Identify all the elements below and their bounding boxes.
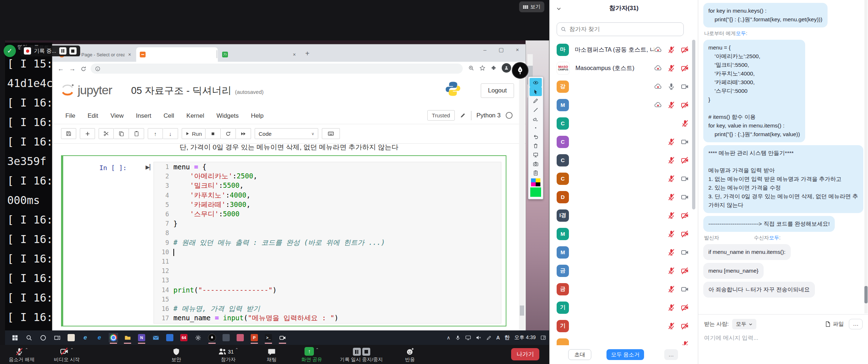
logout-button[interactable]: Logout: [481, 83, 514, 98]
taskbar-powerpoint-icon[interactable]: P: [250, 333, 259, 342]
command-prompt-window[interactable]: 명령 프롬프트 - [ I 15:541d1e4c[ I 16:0[ I 16:…: [5, 43, 52, 330]
taskbar-photos-icon[interactable]: [165, 333, 174, 342]
browser-scrollbar[interactable]: [519, 75, 525, 330]
chat-more-button[interactable]: …: [849, 319, 863, 329]
reactions-button[interactable]: 반응: [396, 345, 424, 364]
notebook-menu-kernel[interactable]: Kernel: [186, 112, 204, 120]
tab-close-icon[interactable]: ×: [292, 52, 297, 57]
notebook-menu-view[interactable]: View: [111, 112, 124, 120]
tray-pen-icon[interactable]: [486, 335, 492, 341]
url-field[interactable]: [91, 64, 463, 74]
tray-notification-icon[interactable]: [540, 335, 546, 341]
taskbar-security-app-icon[interactable]: [66, 333, 76, 342]
bookmark-star-icon[interactable]: [479, 65, 485, 71]
participant-search-box[interactable]: [557, 22, 684, 36]
notebook-menu-cell[interactable]: Cell: [164, 112, 174, 120]
site-info-icon[interactable]: [95, 66, 100, 72]
file-button[interactable]: 파일: [825, 321, 844, 328]
taskbar-chrome-icon[interactable]: [109, 333, 118, 342]
stop-recording-button[interactable]: [362, 348, 370, 356]
annotation-line-tool[interactable]: [530, 105, 542, 114]
pause-recording-button[interactable]: [353, 348, 361, 356]
share-screen-button[interactable]: ↑⌃ 화면 공유: [290, 345, 333, 364]
participant-row[interactable]: C: [549, 169, 698, 188]
add-cell-button[interactable]: [80, 128, 95, 139]
participants-button[interactable]: 31⌃ 참가자: [207, 345, 250, 364]
recording-controls-button[interactable]: 기록 일시 중지/중지: [335, 345, 388, 364]
tray-volume-muted-icon[interactable]: [476, 335, 481, 341]
taskbar-start-icon[interactable]: [10, 333, 20, 342]
tray-mic-icon[interactable]: [455, 335, 461, 341]
code-editor[interactable]: 1menu = {2 '아메리카노':2500,3 '밀크티':5500,4 '…: [154, 162, 501, 324]
annotation-camera-tool[interactable]: [530, 159, 542, 168]
taskbar-cortana-icon[interactable]: [38, 333, 48, 342]
leave-meeting-button[interactable]: 나가기: [511, 348, 539, 360]
taskbar-calculator-icon[interactable]: [221, 333, 231, 342]
notebook-title[interactable]: 05 자료구조 - 딕셔너리(autosaved): [131, 84, 264, 97]
panel-collapse-chevron-icon[interactable]: [556, 5, 562, 12]
view-button[interactable]: 보기: [519, 1, 544, 12]
participants-scrollbar-thumb[interactable]: [692, 40, 695, 209]
chat-button[interactable]: 채팅: [257, 345, 286, 364]
notebook-menu-widgets[interactable]: Widgets: [216, 112, 238, 120]
participant-row[interactable]: 마마소캠퍼스TA (공동 호스트, 나): [549, 40, 698, 59]
participant-row[interactable]: C: [549, 114, 698, 133]
mic-options-chevron-icon[interactable]: ⌃: [25, 347, 28, 352]
run-button[interactable]: Run: [182, 128, 206, 139]
restart-kernel-button[interactable]: [221, 128, 236, 139]
annotation-marker-tool[interactable]: [530, 96, 542, 105]
taskbar-onenote-icon[interactable]: N: [137, 333, 146, 342]
tray-chevron-up-icon[interactable]: ∧: [446, 335, 450, 341]
code-cell[interactable]: In [ ]: ▶▏ 1menu = {2 '아메리카노':2500,3 '밀크…: [61, 155, 506, 326]
run-cell-icon[interactable]: ▶▏: [146, 164, 154, 170]
browser-tab-notebook[interactable]: [136, 47, 218, 62]
annotation-color-palette[interactable]: [531, 178, 540, 186]
participant-row[interactable]: 금: [549, 261, 698, 280]
trusted-badge[interactable]: Trusted: [427, 110, 455, 121]
annotation-tool-logo[interactable]: [512, 62, 528, 79]
taskbar-internet-explorer-icon[interactable]: e: [81, 333, 90, 342]
annotation-clip-tool[interactable]: [530, 168, 542, 177]
window-minimize-button[interactable]: –: [477, 44, 493, 56]
tray-ime-latin-icon[interactable]: A: [496, 335, 500, 341]
share-options-chevron-icon[interactable]: ⌃: [315, 347, 319, 352]
tray-ime-korean-icon[interactable]: 한: [505, 334, 510, 341]
cut-cell-button[interactable]: [99, 128, 114, 139]
back-icon[interactable]: ←: [57, 65, 64, 73]
cell-type-select[interactable]: Code∨: [255, 128, 318, 139]
notebook-menu-edit[interactable]: Edit: [87, 112, 98, 120]
chat-input[interactable]: 여기에 메시지 입력...: [704, 334, 863, 342]
taskbar-settings-icon[interactable]: [193, 333, 203, 342]
zoom-page-icon[interactable]: [468, 65, 474, 71]
video-options-chevron-icon[interactable]: ⌃: [70, 347, 73, 352]
annotation-cursor-tool[interactable]: [530, 87, 542, 96]
interrupt-kernel-button[interactable]: [206, 128, 221, 139]
taskbar-terminal-app-icon[interactable]: >_: [264, 333, 273, 342]
security-button[interactable]: 보안: [160, 345, 193, 364]
participant-row[interactable]: 금: [549, 280, 698, 298]
recipient-everyone-link[interactable]: 모두: [769, 235, 779, 241]
taskbar-search-icon[interactable]: [24, 333, 34, 342]
browser-profile-avatar[interactable]: [502, 63, 511, 73]
command-palette-button[interactable]: [322, 128, 340, 139]
taskbar-epic-pen-icon[interactable]: [207, 333, 217, 342]
tray-display-icon[interactable]: [465, 335, 471, 341]
participants-chevron-icon[interactable]: ⌃: [235, 347, 238, 352]
participant-row[interactable]: I경: [549, 206, 698, 225]
copy-cell-button[interactable]: [114, 128, 129, 139]
paste-cell-button[interactable]: [129, 128, 144, 139]
notebook-menu-file[interactable]: File: [65, 112, 75, 120]
taskbar-paint-icon[interactable]: [236, 333, 245, 342]
annotation-undo-tool[interactable]: [530, 132, 542, 141]
move-cell-down-button[interactable]: ↓: [163, 128, 178, 139]
participant-row[interactable]: 기: [549, 298, 698, 317]
taskbar-clock[interactable]: 오후 4:39: [514, 334, 536, 341]
move-cell-up-button[interactable]: ↑: [148, 128, 163, 139]
unmute-button[interactable]: ⌃ 음소거 해제: [0, 345, 43, 364]
participant-row[interactable]: [549, 335, 698, 345]
window-close-button[interactable]: ×: [509, 44, 526, 56]
extension-icon[interactable]: [491, 65, 497, 71]
search-input[interactable]: [569, 26, 680, 33]
pause-recording-icon[interactable]: [59, 47, 66, 55]
participant-row[interactable]: M: [549, 225, 698, 243]
